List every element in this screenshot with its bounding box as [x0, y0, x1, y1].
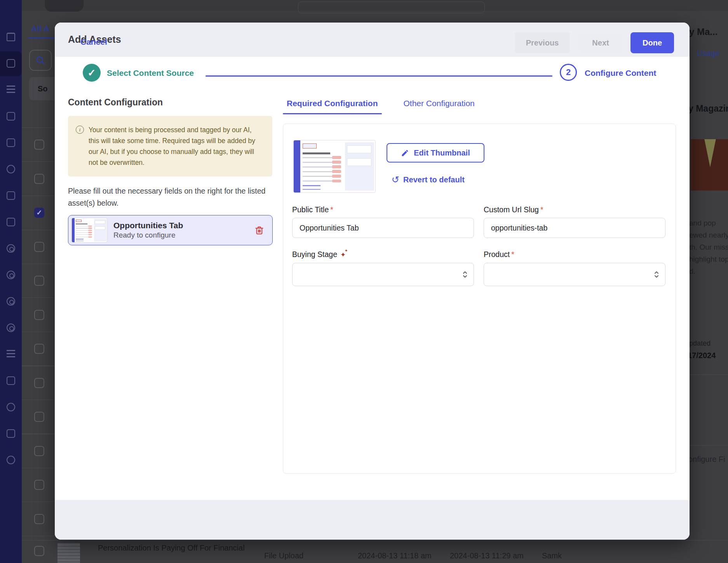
tab-other-configuration[interactable]: Other Configuration [400, 99, 479, 114]
product-label: Product* [484, 250, 514, 259]
content-configuration-heading: Content Configuration [68, 97, 163, 108]
globe-icon[interactable] [7, 297, 15, 306]
content-thumbnail-preview [293, 140, 376, 193]
list-icon[interactable] [7, 86, 15, 93]
row-checkbox[interactable] [34, 446, 44, 456]
tab-all-assets[interactable]: All A [31, 24, 49, 33]
search-icon [35, 55, 45, 65]
modal-footer [55, 500, 690, 540]
step2-number-badge: 2 [560, 64, 577, 81]
public-title-input[interactable] [292, 218, 474, 238]
background-search-bar [298, 2, 485, 13]
required-asterisk: * [511, 250, 514, 259]
chart-icon[interactable] [7, 350, 15, 358]
ai-sparkle-icon: ✦✦ [340, 251, 346, 259]
library-icon[interactable] [7, 59, 15, 68]
asset-thumbnail [71, 218, 107, 243]
document-thumbnail [57, 543, 80, 563]
notice-text: Your content is being processed and tagg… [89, 124, 263, 168]
row-checkbox[interactable] [34, 344, 44, 354]
info-icon: i [76, 126, 84, 134]
step1-complete-icon: ✓ [83, 64, 101, 82]
buying-stage-label: Buying Stage✦✦ [292, 250, 346, 259]
required-asterisk: * [330, 205, 333, 214]
revert-label: Revert to default [403, 175, 465, 184]
tab-required-configuration[interactable]: Required Configuration [283, 99, 382, 114]
asset-title[interactable]: Personalization Is Paying Off For Financ… [98, 544, 245, 553]
done-button[interactable]: Done [630, 32, 674, 53]
asset-type: File Upload [264, 551, 303, 560]
ai-processing-notice: i Your content is being processed and ta… [68, 116, 272, 177]
updated-date-fragment: 17/2024 [688, 351, 716, 360]
search-button[interactable] [29, 50, 52, 71]
edit-thumbnail-label: Edit Thumbnail [414, 149, 470, 157]
edit-thumbnail-button[interactable]: Edit Thumbnail [387, 143, 484, 163]
configure-link-fragment[interactable]: onfigure Fi [688, 455, 725, 464]
row-checkbox[interactable] [34, 174, 44, 184]
row-checkbox[interactable] [34, 412, 44, 422]
usage-link[interactable]: Usage [697, 49, 719, 58]
stepper-connector [206, 75, 552, 77]
public-title-label: Public Title* [292, 205, 333, 214]
clock-icon[interactable] [7, 403, 15, 411]
background-tab-notch [45, 0, 84, 12]
row-checkbox[interactable] [34, 546, 44, 556]
device-icon[interactable] [7, 218, 15, 226]
asset-card-title: Opportunities Tab [113, 221, 248, 230]
magazine-description-fragment: and pop ewed nearly th. Our miss highlig… [689, 217, 728, 277]
folder-icon[interactable] [7, 138, 15, 147]
row-checkbox[interactable] [34, 276, 44, 286]
row-checkbox[interactable] [34, 140, 44, 150]
background-asset-title-fragment: y Ma... [689, 26, 718, 37]
app-sidebar [0, 0, 22, 563]
background-table-row[interactable]: Personalization Is Paying Off For Financ… [22, 540, 728, 563]
asset-owner: Samk [542, 551, 562, 560]
money-icon[interactable] [7, 456, 15, 464]
chevron-up-down-icon [653, 270, 660, 279]
row-checkbox[interactable] [34, 310, 44, 320]
asset-card-status: Ready to configure [113, 231, 248, 240]
required-asterisk: * [540, 205, 543, 214]
pencil-icon [401, 149, 409, 157]
row-checkbox-checked[interactable]: ✓ [34, 208, 44, 218]
target-icon[interactable] [7, 244, 15, 253]
asset-list-item[interactable]: Opportunities Tab Ready to configure [68, 215, 273, 245]
cancel-button[interactable]: Cancel [80, 37, 107, 47]
background-table-right: y Ma... Usage y Magazine and pop ewed ne… [688, 11, 728, 563]
revert-icon: ↺ [392, 174, 399, 185]
flag-icon[interactable] [7, 429, 15, 438]
next-button[interactable]: Next [579, 32, 622, 53]
updated-label-fragment: pdated [689, 339, 711, 348]
add-user-icon[interactable] [7, 376, 15, 385]
instruction-text: Please fill out the necessary fields on … [68, 185, 272, 209]
chevron-up-down-icon [462, 270, 468, 279]
configuration-tabs: Required Configuration Other Configurati… [283, 99, 479, 114]
asset-updated-date: 2024-08-13 11:29 am [450, 551, 524, 560]
magazine-title-fragment: y Magazine [688, 103, 728, 114]
asset-created-date: 2024-08-13 11:18 am [358, 551, 432, 560]
product-select[interactable] [484, 263, 665, 286]
row-checkbox[interactable] [34, 242, 44, 252]
tools-icon[interactable] [7, 165, 15, 173]
clipboard-icon[interactable] [7, 191, 15, 200]
custom-url-slug-label: Custom Url Slug* [484, 205, 543, 214]
step2-label: Configure Content [585, 68, 656, 78]
trash-icon[interactable] [254, 225, 265, 236]
previous-button[interactable]: Previous [515, 32, 570, 53]
home-icon[interactable] [7, 33, 15, 41]
custom-url-slug-input[interactable] [484, 218, 665, 238]
magazine-cover-image [691, 139, 728, 191]
record-icon[interactable] [7, 323, 15, 332]
row-checkbox[interactable] [34, 378, 44, 388]
row-checkbox[interactable] [34, 480, 44, 490]
disc-icon[interactable] [7, 271, 15, 279]
step1-label: Select Content Source [107, 68, 194, 78]
revert-to-default-link[interactable]: ↺ Revert to default [392, 174, 465, 185]
add-assets-modal: Add Assets ✕ ✓ Select Content Source 2 C… [55, 23, 690, 540]
buying-stage-select[interactable] [292, 263, 474, 286]
media-icon[interactable] [7, 112, 15, 121]
row-checkbox[interactable] [34, 514, 44, 524]
check-icon: ✓ [88, 67, 96, 79]
